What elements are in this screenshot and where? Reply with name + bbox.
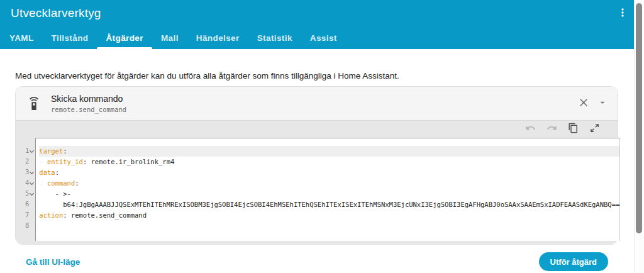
perform-action-button[interactable]: Utför åtgärd [539,252,608,271]
service-id: remote.send_command [51,106,126,113]
redo-icon [547,123,557,136]
editor-toolbar [16,121,618,138]
card-header-actions [577,96,608,111]
fold-spacer [29,209,35,220]
copy-button[interactable] [568,123,579,136]
copy-icon [568,123,579,136]
fold-toggle-icon[interactable] [29,167,35,177]
fold-spacer [29,156,35,167]
service-card-heading: Skicka kommando remote.send_command [51,94,126,113]
line-number: 3 [25,167,35,177]
fold-spacer [29,220,35,231]
developer-tools-page: Utvecklarverktyg YAMLTillståndÅtgärderMa… [0,0,644,273]
fullscreen-button[interactable] [589,123,600,136]
undo-button[interactable] [525,123,536,136]
code-token: : [63,147,67,155]
code-editor[interactable]: 12345678 target: entity_id: remote.ir_br… [25,138,608,241]
overflow-menu-button[interactable] [614,5,631,23]
code-token [39,158,47,165]
code-line: target: [39,146,619,157]
line-number: 4 [25,177,35,188]
code-line: action: remote.send_command [39,210,619,221]
go-to-ui-mode-link[interactable]: Gå till UI-läge [26,257,80,267]
fold-spacer [29,199,35,209]
line-number: 5 [25,188,35,199]
tab-label: Tillstånd [52,33,89,43]
tab-handelser[interactable]: Händelser [187,26,248,49]
editor-gutter: 12345678 [25,138,36,241]
scrollbar-thumb[interactable] [636,3,642,233]
line-number: 6 [25,199,35,209]
service-card-header: Skicka kommando remote.send_command [16,87,618,121]
fold-toggle-icon[interactable] [29,188,35,199]
line-number: 8 [25,220,35,231]
code-token: - >- [39,190,71,198]
tab-label: Åtgärder [106,33,143,43]
code-token: action [39,211,63,219]
code-line: b64:JgBgAAABJJQSExMTEhITEhMRExISOBM3EjgS… [39,199,619,210]
code-token: b64:JgBgAAABJJQSExMTEhITEhMRExISOBM3EjgS… [39,201,619,208]
line-number: 7 [25,209,35,220]
yaml-editor-section: 12345678 target: entity_id: remote.ir_br… [16,121,618,244]
tab-label: YAML [9,33,34,43]
code-token [39,179,47,187]
close-icon [577,96,590,111]
page-title: Utvecklarverktyg [11,6,101,20]
tab-statistik[interactable]: Statistik [248,26,301,49]
tab-label: Händelser [196,33,240,43]
redo-button[interactable] [547,123,557,136]
tab-label: Assist [310,33,337,43]
code-line: entity_id: remote.ir_brolink_rm4 [39,157,619,167]
code-line: data: [39,167,619,178]
remote-icon [27,97,41,111]
code-token: entity_id [47,158,83,165]
fullscreen-expand-icon [589,123,600,136]
code-token: : remote.ir_brolink_rm4 [83,158,174,165]
tab-mall[interactable]: Mall [152,26,187,49]
collapse-toggle-button[interactable] [597,98,608,110]
code-token: data [39,169,55,176]
intro-text: Med utvecklarverktyget för åtgärder kan … [15,71,399,81]
code-token: : [55,169,59,176]
code-line: - >- [39,189,619,199]
fold-toggle-icon[interactable] [29,145,35,156]
code-token: : remote.send_command [63,211,147,219]
code-line [39,221,619,231]
tab-label: Mall [161,33,179,43]
code-token: target [39,147,63,155]
code-line: command: [39,178,619,189]
app-header: Utvecklarverktyg YAMLTillståndÅtgärderMa… [0,0,634,49]
tab-bar: YAMLTillståndÅtgärderMallHändelserStatis… [1,26,346,49]
line-number: 2 [25,156,35,167]
undo-icon [525,123,536,136]
close-button[interactable] [577,96,590,111]
tab-atgarder[interactable]: Åtgärder [97,26,152,49]
scrollbar[interactable] [634,0,644,273]
tab-tillstand[interactable]: Tillstånd [43,26,97,49]
card-actions-row: Gå till UI-läge Utför åtgärd [15,252,618,271]
line-number: 1 [25,145,35,156]
service-card: Skicka kommando remote.send_command [15,86,618,245]
code-token: : [75,179,79,187]
editor-content[interactable]: target: entity_id: remote.ir_brolink_rm4… [36,138,620,241]
tab-label: Statistik [257,33,292,43]
fold-toggle-icon[interactable] [29,177,35,188]
tab-yaml[interactable]: YAML [1,26,43,49]
service-title: Skicka kommando [51,94,126,104]
chevron-down-icon [597,98,608,110]
code-token: command [47,179,75,187]
tab-assist[interactable]: Assist [301,26,346,49]
kebab-menu-icon [616,6,629,21]
